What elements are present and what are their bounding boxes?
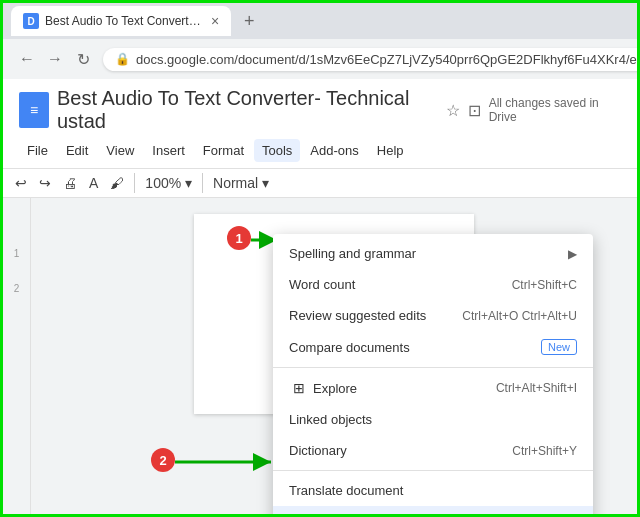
zoom-selector[interactable]: 100% ▾ [141,173,196,193]
compare-new-badge: New [541,339,577,355]
tab-bar: D Best Audio To Text Converter- Te... × … [3,3,637,39]
browser-chrome: D Best Audio To Text Converter- Te... × … [3,3,637,79]
undo-button[interactable]: ↩ [11,173,31,193]
menu-help[interactable]: Help [369,139,412,162]
menu-item-spelling[interactable]: Spelling and grammar ▶ [273,238,593,269]
menu-item-review-edits[interactable]: Review suggested edits Ctrl+Alt+O Ctrl+A… [273,300,593,331]
menu-insert[interactable]: Insert [144,139,193,162]
saved-message: All changes saved in Drive [489,96,621,124]
separator-1 [273,367,593,368]
annotation-1: 1 [227,226,251,250]
menu-view[interactable]: View [98,139,142,162]
tab-close-button[interactable]: × [211,13,219,29]
menu-item-word-count[interactable]: Word count Ctrl+Shift+C [273,269,593,300]
style-selector[interactable]: Normal ▾ [209,173,273,193]
translate-label: Translate document [289,483,403,498]
doc-title: Best Audio To Text Converter- Technical … [57,87,438,133]
spelling-arrow-icon: ▶ [568,247,577,261]
menu-item-voice-typing[interactable]: 🎤 Voice typing Ctrl+Shift+S [273,506,593,517]
separator-2 [273,470,593,471]
menu-addons[interactable]: Add-ons [302,139,366,162]
divider-2 [202,173,203,193]
menu-edit[interactable]: Edit [58,139,96,162]
active-tab[interactable]: D Best Audio To Text Converter- Te... × [11,6,231,36]
menu-file[interactable]: File [19,139,56,162]
format-toolbar: ↩ ↪ 🖨 A 🖌 100% ▾ Normal ▾ [3,169,637,198]
annotation-2: 2 [151,448,175,472]
back-button[interactable]: ← [15,50,39,68]
menu-tools[interactable]: Tools [254,139,300,162]
explore-label: Explore [313,381,357,396]
tools-dropdown: Spelling and grammar ▶ Word count Ctrl+S… [273,234,593,517]
doc-title-icons: ☆ ⊡ [446,101,481,120]
nav-buttons: ← → ↻ [15,50,95,69]
forward-button[interactable]: → [43,50,67,68]
divider-1 [134,173,135,193]
print-button[interactable]: 🖨 [59,173,81,193]
dictionary-shortcut: Ctrl+Shift+Y [512,444,577,458]
review-edits-shortcut: Ctrl+Alt+O Ctrl+Alt+U [462,309,577,323]
menu-item-dictionary[interactable]: Dictionary Ctrl+Shift+Y [273,435,593,466]
dictionary-label: Dictionary [289,443,347,458]
url-text: docs.google.com/document/d/1sMzv6EeCpZ7L… [136,52,640,67]
star-doc-icon[interactable]: ☆ [446,101,460,120]
left-ruler: 1 2 [3,198,31,517]
arrow-2-svg [175,452,275,472]
doc-body: 1 2 1 2 Spelling and grammar [3,198,637,517]
explore-icon: ⊞ [289,380,309,396]
review-edits-label: Review suggested edits [289,308,426,323]
tab-title: Best Audio To Text Converter- Te... [45,14,205,28]
address-bar: ← → ↻ 🔒 docs.google.com/document/d/1sMzv… [3,39,637,79]
new-tab-button[interactable]: + [235,7,263,35]
explore-shortcut: Ctrl+Alt+Shift+I [496,381,577,395]
redo-button[interactable]: ↪ [35,173,55,193]
ruler-mark-1: 1 [14,248,20,259]
spellcheck-button[interactable]: A [85,173,102,193]
menu-item-linked-objects[interactable]: Linked objects [273,404,593,435]
ruler-mark-2: 2 [14,283,20,294]
doc-icon: ≡ [19,92,49,128]
doc-header: ≡ Best Audio To Text Converter- Technica… [3,79,637,169]
doc-title-row: ≡ Best Audio To Text Converter- Technica… [19,87,621,133]
spelling-label: Spelling and grammar [289,246,416,261]
refresh-button[interactable]: ↻ [71,50,95,69]
tab-doc-icon: D [23,13,39,29]
menu-item-compare[interactable]: Compare documents New [273,331,593,363]
linked-objects-label: Linked objects [289,412,372,427]
menu-item-explore[interactable]: ⊞ Explore Ctrl+Alt+Shift+I [273,372,593,404]
menu-format[interactable]: Format [195,139,252,162]
menu-bar: File Edit View Insert Format Tools Add-o… [19,137,621,164]
move-icon[interactable]: ⊡ [468,101,481,120]
lock-icon: 🔒 [115,52,130,66]
word-count-shortcut: Ctrl+Shift+C [512,278,577,292]
url-bar[interactable]: 🔒 docs.google.com/document/d/1sMzv6EeCpZ… [103,48,640,71]
menu-item-translate[interactable]: Translate document [273,475,593,506]
word-count-label: Word count [289,277,355,292]
paint-format-button[interactable]: 🖌 [106,173,128,193]
compare-label: Compare documents [289,340,410,355]
